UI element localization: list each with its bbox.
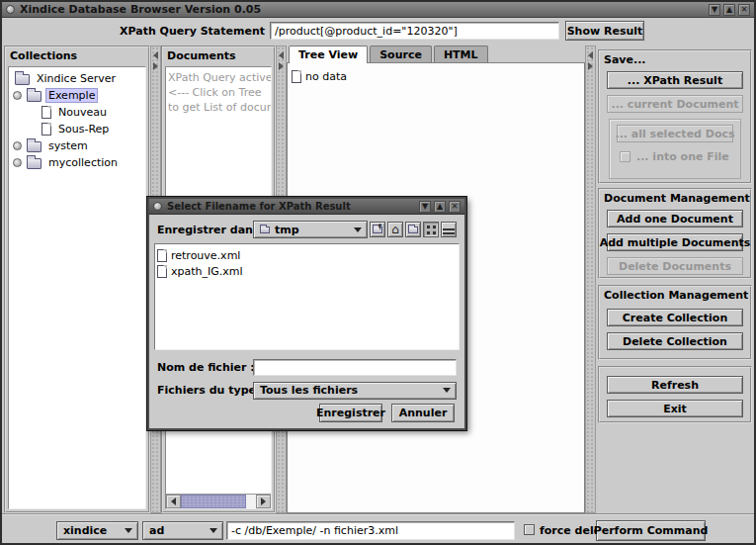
dialog-toolbar: ↑ ⌂ (370, 222, 457, 237)
no-data-node[interactable]: no data (288, 63, 584, 90)
save-current-document-button: ... current Document (607, 95, 743, 113)
document-management-group: Document Management Add one Document Add… (598, 188, 752, 279)
save-group-title: Save... (600, 51, 750, 68)
delete-documents-button: Delete Documents (607, 257, 743, 275)
document-icon (157, 249, 167, 262)
force-delete-checkbox[interactable] (524, 524, 535, 535)
scrollbar-thumb[interactable] (181, 495, 246, 508)
viewer-tabs: Tree View Source HTML (287, 45, 585, 63)
action-select[interactable]: ad (142, 521, 223, 540)
documents-title: Documents (163, 47, 274, 64)
filetype-select[interactable]: Tous les fichiers (253, 382, 457, 400)
collapse-left-icon[interactable] (588, 51, 593, 59)
collapse-right-icon[interactable] (588, 62, 593, 70)
split-divider[interactable] (585, 45, 596, 513)
collapse-right-icon[interactable] (153, 62, 158, 70)
tree-node-label: mycollection (45, 156, 121, 169)
tree-node-label: Nouveau (55, 106, 110, 119)
tree-expand-handle-icon[interactable] (13, 158, 22, 167)
save-xpath-result-button[interactable]: ... XPath Result (607, 71, 743, 89)
command-arguments-input[interactable] (226, 521, 515, 540)
window-controls: ▼ ▲ ✕ (709, 4, 750, 16)
filetype-select-value: Tous les fichiers (260, 384, 358, 397)
collection-management-title: Collection Management (600, 287, 750, 304)
delete-collection-button[interactable]: Delete Collection (607, 332, 743, 350)
minimize-icon[interactable]: ▼ (709, 4, 720, 16)
main-window: Xindice Database Browser Version 0.05 ▼ … (0, 0, 756, 545)
document-management-title: Document Management (600, 190, 750, 207)
documents-message-line: to get List of documen (168, 100, 269, 115)
folder-icon (27, 141, 42, 152)
maximize-icon[interactable]: ▲ (723, 4, 735, 16)
folder-icon (27, 158, 42, 169)
collapse-right-icon[interactable] (279, 62, 284, 70)
add-multiple-documents-button[interactable]: Add multiple Documents (607, 233, 743, 251)
chevron-down-icon (125, 528, 132, 533)
details-view-icon[interactable] (441, 222, 457, 237)
database-select[interactable]: xindice (56, 521, 138, 540)
folder-icon (260, 227, 270, 233)
home-icon[interactable]: ⌂ (387, 222, 403, 237)
tree-node-nouveau[interactable]: Nouveau (9, 104, 145, 121)
tab-html[interactable]: HTML (434, 45, 488, 63)
document-icon (292, 70, 301, 83)
show-result-button[interactable]: Show Result (565, 21, 644, 41)
tree-node-mycollection[interactable]: mycollection (9, 154, 145, 171)
tree-node-sous-rep[interactable]: Sous-Rep (9, 121, 145, 137)
add-one-document-button[interactable]: Add one Document (607, 210, 743, 227)
minimize-icon[interactable]: ▼ (419, 201, 431, 213)
chevron-down-icon (354, 227, 362, 232)
create-collection-button[interactable]: Create Collection (607, 309, 743, 326)
database-select-value: xindice (63, 524, 107, 537)
directory-select[interactable]: tmp (253, 221, 368, 238)
document-icon (42, 106, 51, 119)
close-icon[interactable]: ✕ (738, 4, 750, 16)
dialog-icon (153, 202, 162, 211)
horizontal-scrollbar[interactable] (166, 494, 271, 508)
filename-input[interactable] (253, 359, 457, 376)
document-icon (157, 265, 167, 278)
file-list: retrouve.xml xpath_IG.xml (154, 243, 460, 350)
refresh-button[interactable]: Refresh (607, 376, 743, 394)
save-in-label: Enregistrer dans : (157, 224, 253, 236)
save-in-row: Enregistrer dans : tmp ↑ ⌂ (157, 220, 457, 239)
file-item[interactable]: retrouve.xml (157, 247, 457, 263)
tree-node-exemple[interactable]: Exemple (9, 87, 145, 104)
chevron-down-icon (210, 528, 217, 533)
new-folder-icon[interactable] (405, 222, 421, 237)
save-all-selected-docs-button: ... all selected Docs (617, 125, 733, 142)
save-button[interactable]: Enregistrer (319, 404, 382, 422)
list-view-icon[interactable] (423, 222, 439, 237)
up-one-level-icon[interactable]: ↑ (370, 222, 385, 237)
xpath-query-input[interactable] (270, 22, 559, 40)
collection-management-group: Collection Management Create Collection … (598, 285, 752, 360)
close-icon[interactable]: ✕ (449, 201, 461, 213)
chevron-down-icon (443, 388, 451, 393)
cancel-button[interactable]: Annuler (391, 404, 455, 422)
tab-tree-view[interactable]: Tree View (289, 45, 368, 63)
maximize-icon[interactable]: ▲ (434, 201, 446, 213)
dialog-titlebar[interactable]: Select Filename for XPath Result ▼ ▲ ✕ (149, 199, 464, 215)
perform-command-button[interactable]: Perform Command (596, 520, 706, 541)
tree-node-xindice-server[interactable]: Xindice Server (9, 70, 145, 87)
into-one-file-checkbox (620, 151, 630, 162)
collections-title: Collections (6, 47, 148, 64)
exit-button[interactable]: Exit (607, 400, 743, 417)
no-data-label: no data (305, 70, 347, 83)
scroll-left-icon[interactable] (166, 495, 181, 508)
file-item[interactable]: xpath_IG.xml (157, 263, 457, 279)
dialog-window-controls: ▼ ▲ ✕ (419, 201, 461, 213)
collapse-left-icon[interactable] (279, 51, 284, 59)
tree-node-system[interactable]: system (9, 137, 145, 154)
tree-expand-handle-icon[interactable] (13, 141, 22, 150)
scroll-right-icon[interactable] (256, 495, 271, 508)
collections-panel: Collections Xindice Server Exemple Nouve… (4, 45, 150, 513)
scrollbar-track[interactable] (246, 495, 256, 508)
tab-source[interactable]: Source (370, 45, 432, 63)
action-select-value: ad (149, 524, 164, 537)
window-title: Xindice Database Browser Version 0.05 (20, 3, 261, 16)
collapse-left-icon[interactable] (153, 51, 158, 59)
command-bar: xindice ad force delete Perform Command (2, 513, 754, 545)
action-panel: Save... ... XPath Result ... current Doc… (596, 45, 756, 513)
tree-expand-handle-icon[interactable] (13, 91, 22, 100)
